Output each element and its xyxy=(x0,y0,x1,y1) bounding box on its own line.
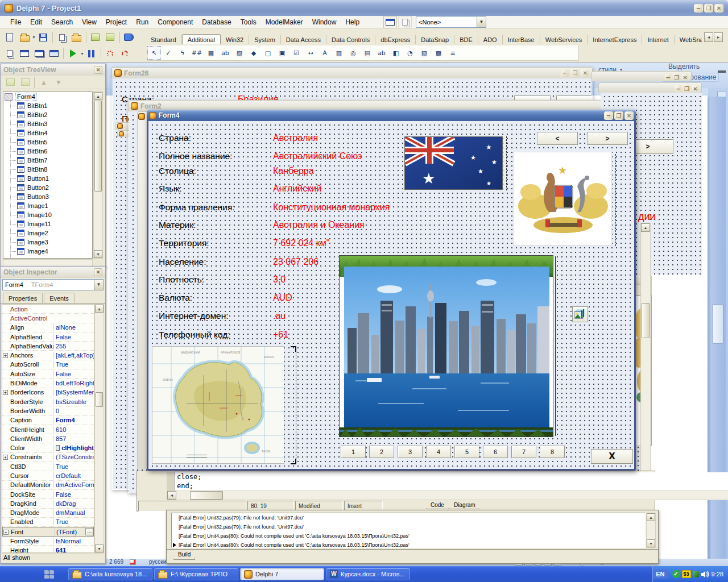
component-icon[interactable]: ab xyxy=(375,46,388,60)
property-row[interactable]: +Anchors [akLeft,akTop] xyxy=(2,351,94,360)
new-form-button[interactable] xyxy=(47,47,61,60)
tree-item[interactable]: Image3 xyxy=(3,238,92,247)
page-button[interactable]: 5 xyxy=(454,446,479,458)
close-button[interactable]: ✕ xyxy=(714,4,723,13)
component-icon[interactable]: ↔ xyxy=(304,46,317,60)
view-unit-button[interactable] xyxy=(3,47,16,60)
error-message[interactable]: [Fatal Error] Unit32.pas(79): File not f… xyxy=(172,513,645,522)
property-row[interactable]: +DragMode dmManual xyxy=(2,509,94,518)
component-icon[interactable]: ▢ xyxy=(261,46,275,60)
taskbar-button[interactable]: F:\ \Курсовая ТРПО xyxy=(154,568,238,580)
clock[interactable]: 9:28 xyxy=(712,571,723,577)
property-row[interactable]: +Action xyxy=(2,305,94,314)
menu-item[interactable]: Run xyxy=(131,17,153,27)
property-row[interactable]: +BiDiMode bdLeftToRight xyxy=(2,379,94,388)
component-icon[interactable]: ▥ xyxy=(332,46,346,60)
page-button[interactable]: 6 xyxy=(483,446,508,458)
code-line[interactable]: end; xyxy=(177,482,728,491)
inspector-tab[interactable]: Properties xyxy=(3,293,43,303)
background-form-titlebar[interactable]: −❐✕ xyxy=(592,71,692,81)
page-button[interactable]: 3 xyxy=(398,446,423,458)
tree-item[interactable]: Button1 xyxy=(3,174,92,183)
desktop-layout-combo[interactable]: <None> ▼ xyxy=(416,16,486,28)
tree-item[interactable]: BitBtn1 xyxy=(3,101,92,110)
property-row[interactable]: +ClientWidth 857 xyxy=(2,434,94,443)
error-message[interactable]: [Fatal Error] Unit4.pas(80): Could not c… xyxy=(172,531,645,541)
property-row[interactable]: +Align alNone xyxy=(2,323,94,332)
palette-tab[interactable]: Data Controls xyxy=(326,35,375,44)
palette-tab[interactable]: Data Access xyxy=(281,35,326,44)
word-minimize-icon[interactable] xyxy=(718,70,726,73)
open-file-button[interactable] xyxy=(18,31,31,44)
inspector-vscrollbar[interactable]: ▴ ▾ xyxy=(94,304,104,553)
component-icon[interactable]: ◎ xyxy=(346,46,360,60)
taskbar-button[interactable]: Delphi 7 xyxy=(240,568,324,580)
editor-tab[interactable]: Code xyxy=(426,501,449,509)
menu-item[interactable]: Window xyxy=(308,17,341,27)
component-icon[interactable]: ↖ xyxy=(147,46,161,60)
view-form-button[interactable] xyxy=(18,47,31,60)
property-row[interactable]: +Height 641 xyxy=(2,546,94,553)
tree-item[interactable]: Button3 xyxy=(3,192,92,201)
property-row[interactable]: +Color clHighlight xyxy=(2,443,94,452)
component-icon[interactable]: ▣ xyxy=(275,46,289,60)
city-photo-image[interactable] xyxy=(339,255,553,437)
trace-into-button[interactable] xyxy=(104,47,117,60)
maximize-button[interactable]: ❐ xyxy=(704,4,713,13)
property-row[interactable]: +DockSite False xyxy=(2,490,94,499)
palette-tab[interactable]: Standard xyxy=(146,35,182,44)
tree-item[interactable]: BitBtn3 xyxy=(3,119,92,128)
background-form-titlebar[interactable]: −❐✕ xyxy=(598,82,702,93)
palette-tab[interactable]: ADO xyxy=(478,35,503,44)
prev-country-button[interactable]: < xyxy=(537,132,578,145)
component-icon[interactable]: ✓ xyxy=(162,46,175,60)
property-row[interactable]: +BorderIcons [biSystemMenu, xyxy=(2,388,94,397)
tree-item[interactable]: BitBtn6 xyxy=(3,147,92,156)
tree-item[interactable]: Image10 xyxy=(3,210,92,219)
palette-tab[interactable]: System xyxy=(249,35,281,44)
form4-titlebar[interactable]: Form4 − ❐ ✕ xyxy=(147,110,636,121)
palette-tab[interactable]: WebServices xyxy=(540,35,588,44)
add-breakpoint-button[interactable] xyxy=(383,16,397,28)
component-icon[interactable]: ◆ xyxy=(247,46,260,60)
property-row[interactable]: +AutoScroll True xyxy=(2,360,94,369)
maximize-button[interactable]: ❐ xyxy=(570,69,580,77)
property-row[interactable]: +Font (TFont)... xyxy=(2,527,94,537)
component-icon[interactable]: ▨ xyxy=(233,46,246,60)
tree-item[interactable]: BitBtn7 xyxy=(3,156,92,165)
property-row[interactable]: +ActiveControl xyxy=(2,314,94,323)
australia-flag-image[interactable]: ★ ★ ★ ★ ★ ★ xyxy=(404,136,503,190)
antivirus-tray-icon[interactable]: ✓ xyxy=(672,570,680,578)
coat-of-arms-image[interactable]: ★ xyxy=(513,152,612,246)
menu-item[interactable]: Help xyxy=(341,17,364,27)
minimize-button[interactable]: − xyxy=(560,69,569,77)
tree-item[interactable]: Image4 xyxy=(3,247,92,256)
save-all-button[interactable] xyxy=(55,31,69,44)
word-scrollbar-thumb[interactable] xyxy=(713,304,723,344)
menu-item[interactable]: Search xyxy=(47,17,77,27)
component-icon[interactable]: A xyxy=(318,46,332,60)
editor-tab[interactable]: Diagram xyxy=(449,501,480,509)
battery-tray-icon[interactable]: 53 xyxy=(682,570,691,578)
page-button[interactable]: 1 xyxy=(341,446,366,458)
component-icon[interactable]: ▧ xyxy=(417,46,431,60)
save-button[interactable] xyxy=(36,31,50,44)
open-project-button[interactable] xyxy=(70,31,84,44)
component-icon[interactable]: ◔ xyxy=(403,46,417,60)
build-tab[interactable]: Build xyxy=(173,550,195,560)
minimize-button[interactable]: − xyxy=(604,111,613,120)
menu-item[interactable]: Edit xyxy=(26,17,47,27)
move-up-button[interactable]: ▲ xyxy=(37,76,51,89)
editor-vscroll-thumb[interactable] xyxy=(642,303,650,338)
tree-item[interactable]: BitBtn2 xyxy=(3,110,92,119)
toolbar-button[interactable] xyxy=(398,16,412,28)
property-row[interactable]: +AlphaBlend False xyxy=(2,332,94,342)
tree-item[interactable]: Button2 xyxy=(3,183,92,192)
tree-item[interactable]: BitBtn5 xyxy=(3,138,92,147)
component-icon[interactable]: ▦ xyxy=(204,46,218,60)
spellcheck-icon[interactable] xyxy=(130,559,136,565)
add-to-project-button[interactable] xyxy=(89,31,102,44)
palette-tab[interactable]: DataSnap xyxy=(416,35,454,44)
code-area[interactable]: close;end; xyxy=(175,472,728,490)
menu-item[interactable]: Component xyxy=(153,17,197,27)
